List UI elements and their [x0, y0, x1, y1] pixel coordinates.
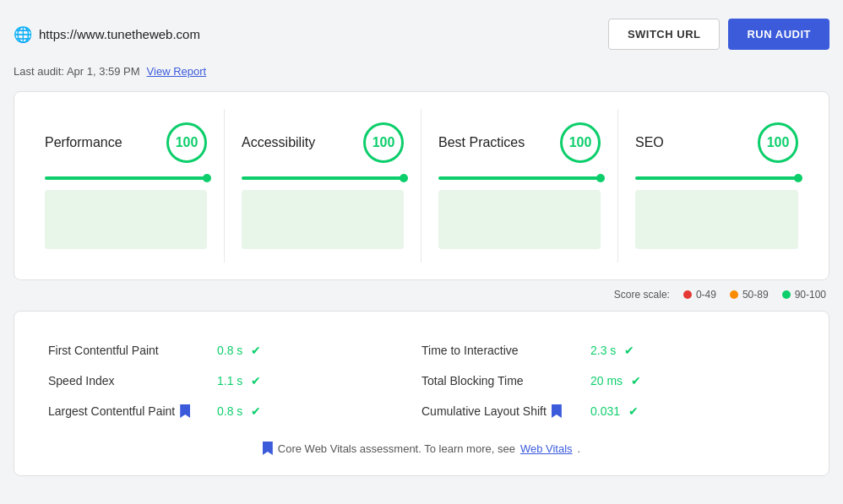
metric-value-group: 0.8 s ✔ — [217, 404, 261, 418]
score-card-header: Performance 100 — [45, 122, 207, 163]
scale-item-green: 90-100 — [782, 289, 826, 301]
check-icon: ✔ — [251, 374, 261, 387]
scale-label-green: 90-100 — [795, 289, 826, 301]
metric-value: 1.1 s — [217, 374, 242, 387]
score-card-header: SEO 100 — [635, 122, 798, 163]
metric-label: Speed Index — [48, 374, 217, 387]
score-bar-dot — [794, 174, 802, 182]
metric-label: Cumulative Layout Shift — [422, 404, 590, 418]
metric-value-group: 0.8 s ✔ — [217, 344, 261, 357]
metric-label: First Contentful Paint — [48, 344, 217, 357]
metric-row: Largest Contentful Paint 0.8 s ✔ — [48, 396, 422, 426]
score-bar-track — [438, 176, 601, 180]
bookmark-icon — [180, 404, 190, 418]
score-chart-placeholder — [45, 190, 207, 249]
scale-label-orange: 50-89 — [742, 289, 769, 301]
score-chart-placeholder — [242, 190, 404, 249]
score-chart-placeholder — [438, 190, 601, 249]
metric-row: First Contentful Paint 0.8 s ✔ — [48, 335, 422, 366]
score-card-performance: Performance 100 — [28, 109, 225, 263]
score-scale: Score scale: 0-49 50-89 90-100 — [14, 289, 829, 301]
score-bar-fill — [438, 176, 601, 180]
metric-label: Total Blocking Time — [422, 374, 590, 387]
check-icon: ✔ — [251, 404, 261, 418]
metric-value: 2.3 s — [590, 344, 616, 357]
metric-row: Time to Interactive 2.3 s ✔ — [422, 335, 795, 366]
score-circle: 100 — [560, 122, 601, 163]
score-bar-fill — [635, 176, 798, 180]
scale-label-red: 0-49 — [696, 289, 716, 301]
scale-dot-red — [683, 290, 692, 299]
web-vitals-suffix: . — [578, 442, 581, 455]
score-circle: 100 — [758, 122, 798, 163]
metric-value-group: 1.1 s ✔ — [217, 374, 261, 387]
last-audit-text: Last audit: Apr 1, 3:59 PM — [14, 65, 140, 78]
metric-value: 0.8 s — [217, 404, 242, 418]
score-card-accessibility: Accessibility 100 — [225, 109, 422, 263]
score-bar-track — [45, 176, 207, 180]
header-buttons: SWITCH URL RUN AUDIT — [608, 19, 829, 50]
score-bar-dot — [596, 174, 605, 182]
view-report-link[interactable]: View Report — [147, 65, 207, 78]
metric-value-group: 20 ms ✔ — [590, 374, 641, 387]
metrics-right-col: Time to Interactive 2.3 s ✔ Total Blocki… — [422, 335, 795, 426]
score-cards: Performance 100 Accessibility 100 Best P… — [28, 109, 815, 263]
bookmark-icon-note — [263, 442, 273, 455]
score-card-title: Performance — [45, 135, 122, 150]
score-card-title: SEO — [635, 135, 664, 150]
header: 🌐 https://www.tunetheweb.com SWITCH URL … — [14, 10, 829, 58]
check-icon: ✔ — [624, 344, 634, 357]
score-scale-label: Score scale: — [614, 289, 670, 301]
metric-row: Total Blocking Time 20 ms ✔ — [422, 366, 795, 396]
score-card-title: Best Practices — [438, 135, 525, 150]
metric-value: 0.031 — [590, 404, 620, 418]
web-vitals-link[interactable]: Web Vitals — [520, 442, 573, 455]
metric-label: Time to Interactive — [422, 344, 590, 357]
metric-value: 20 ms — [590, 374, 623, 387]
bookmark-icon — [552, 404, 562, 418]
metric-value: 0.8 s — [217, 344, 242, 357]
score-card-header: Best Practices 100 — [438, 122, 601, 163]
scale-dot-orange — [730, 290, 738, 299]
check-icon: ✔ — [628, 404, 639, 418]
metric-row: Speed Index 1.1 s ✔ — [48, 366, 422, 396]
metrics-left-col: First Contentful Paint 0.8 s ✔ Speed Ind… — [48, 335, 422, 426]
audit-meta: Last audit: Apr 1, 3:59 PM View Report — [14, 65, 829, 78]
score-cards-wrapper: Performance 100 Accessibility 100 Best P… — [14, 91, 829, 280]
score-chart-placeholder — [635, 190, 798, 249]
metric-value-group: 2.3 s ✔ — [590, 344, 634, 357]
url-display: https://www.tunetheweb.com — [39, 27, 200, 41]
score-circle: 100 — [166, 122, 207, 163]
metrics-grid: First Contentful Paint 0.8 s ✔ Speed Ind… — [48, 335, 795, 426]
metric-row: Cumulative Layout Shift 0.031 ✔ — [422, 396, 795, 426]
switch-url-button[interactable]: SWITCH URL — [608, 19, 721, 50]
score-card-seo: SEO 100 — [618, 109, 815, 263]
web-vitals-text: Core Web Vitals assessment. To learn mor… — [278, 442, 515, 455]
score-bar-dot — [203, 174, 211, 182]
web-vitals-note: Core Web Vitals assessment. To learn mor… — [48, 442, 795, 455]
globe-icon: 🌐 — [14, 25, 32, 44]
scale-item-red: 0-49 — [683, 289, 716, 301]
run-audit-button[interactable]: RUN AUDIT — [728, 19, 829, 50]
score-bar-dot — [400, 174, 408, 182]
score-card-title: Accessibility — [242, 135, 315, 150]
score-card-header: Accessibility 100 — [242, 122, 404, 163]
metric-value-group: 0.031 ✔ — [590, 404, 639, 418]
check-icon: ✔ — [251, 344, 261, 357]
score-circle: 100 — [363, 122, 404, 163]
scale-item-orange: 50-89 — [730, 289, 769, 301]
metrics-panel: First Contentful Paint 0.8 s ✔ Speed Ind… — [14, 311, 829, 476]
metric-label: Largest Contentful Paint — [48, 404, 217, 418]
score-bar-track — [242, 176, 404, 180]
score-bar-track — [635, 176, 798, 180]
score-bar-fill — [45, 176, 207, 180]
check-icon: ✔ — [631, 374, 641, 387]
url-section: 🌐 https://www.tunetheweb.com — [14, 25, 200, 44]
score-card-best-practices: Best Practices 100 — [422, 109, 618, 263]
scale-dot-green — [782, 290, 791, 299]
score-bar-fill — [242, 176, 404, 180]
